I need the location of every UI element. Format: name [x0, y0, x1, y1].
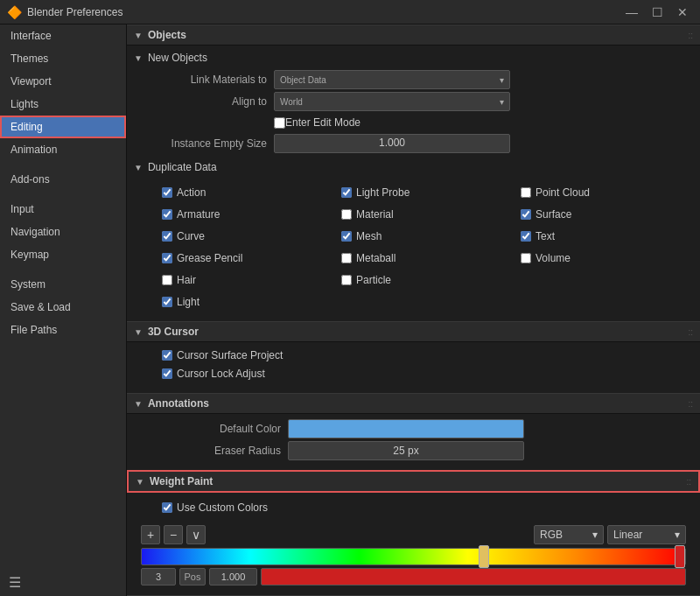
objects-drag-handle: :: [688, 31, 693, 40]
maximize-button[interactable]: ☐ [647, 4, 668, 21]
rgb-value: RGB [540, 529, 563, 541]
point-cloud-checkbox[interactable] [521, 187, 531, 198]
list-item: Action [162, 185, 327, 200]
gradient-handle-mid[interactable] [479, 545, 489, 568]
light-label: Light [177, 296, 200, 308]
sidebar-item-editing[interactable]: Editing [0, 116, 126, 138]
sidebar: Interface Themes Viewport Lights Editing… [0, 25, 127, 596]
weight-paint-section-header[interactable]: ▼ Weight Paint :: [127, 470, 700, 493]
mesh-checkbox[interactable] [341, 231, 352, 242]
duplicate-data-collapse-icon: ▼ [134, 163, 143, 172]
list-item: Point Cloud [521, 185, 686, 200]
align-to-control: World ▾ [274, 92, 510, 111]
list-item: Metaball [341, 250, 507, 266]
sidebar-item-animation[interactable]: Animation [0, 138, 126, 161]
gradient-handle-right[interactable] [675, 545, 685, 568]
close-button[interactable]: ✕ [672, 4, 693, 21]
enter-edit-mode-checkbox[interactable] [274, 117, 285, 129]
text-checkbox[interactable] [521, 231, 531, 242]
weight-paint-collapse-icon: ▼ [136, 477, 144, 487]
sidebar-item-lights[interactable]: Lights [0, 93, 126, 116]
eraser-radius-field[interactable]: 25 px [288, 441, 524, 460]
annotations-drag-handle: :: [688, 399, 693, 409]
mesh-label: Mesh [356, 230, 382, 242]
sidebar-item-addons[interactable]: Add-ons [0, 168, 126, 191]
metaball-checkbox[interactable] [341, 253, 352, 263]
cursor-section-content: Cursor Surface Project Cursor Lock Adjus… [127, 342, 700, 389]
remove-stop-button[interactable]: − [164, 525, 183, 544]
cursor-lock-adjust-checkbox[interactable] [162, 368, 172, 379]
new-objects-label: New Objects [148, 52, 207, 64]
default-color-swatch[interactable] [288, 419, 524, 438]
objects-section-header[interactable]: ▼ Objects :: [127, 25, 700, 46]
sidebar-item-navigation[interactable]: Navigation [0, 221, 126, 243]
gradient-index-field[interactable]: 3 [141, 568, 176, 585]
new-objects-header[interactable]: ▼ New Objects [127, 49, 700, 67]
minimize-button[interactable]: — [620, 4, 643, 21]
sidebar-item-interface[interactable]: Interface [0, 25, 126, 47]
list-item: Curve [162, 228, 327, 244]
window-controls: — ☐ ✕ [620, 4, 693, 21]
list-item: Light Probe [341, 185, 507, 200]
sidebar-item-save-load[interactable]: Save & Load [0, 296, 126, 319]
volume-label: Volume [536, 252, 570, 264]
sidebar-item-themes[interactable]: Themes [0, 47, 126, 70]
annotations-section-label: Annotations [148, 397, 209, 410]
main-content: ▼ Objects :: ▼ New Objects Link Material… [127, 25, 700, 596]
surface-checkbox[interactable] [521, 209, 531, 220]
align-to-dropdown[interactable]: World ▾ [274, 92, 510, 111]
material-label: Material [356, 208, 394, 221]
material-checkbox[interactable] [341, 209, 352, 220]
action-checkbox[interactable] [162, 187, 172, 198]
rgb-dropdown[interactable]: RGB ▾ [534, 525, 604, 544]
link-materials-dropdown[interactable]: Object Data ▾ [274, 70, 510, 89]
align-to-row: Align to World ▾ [127, 92, 700, 111]
use-custom-colors-checkbox[interactable] [162, 502, 172, 513]
instance-empty-field[interactable]: 1.000 [274, 134, 510, 153]
cursor-section-header[interactable]: ▼ 3D Cursor :: [127, 321, 700, 342]
cursor-section-label: 3D Cursor [148, 326, 199, 338]
sidebar-item-file-paths[interactable]: File Paths [0, 319, 126, 341]
sidebar-item-keymap[interactable]: Keymap [0, 243, 126, 266]
cursor-lock-adjust-label: Cursor Lock Adjust [177, 368, 265, 380]
align-to-chevron: ▾ [500, 97, 504, 107]
volume-checkbox[interactable] [521, 253, 531, 263]
link-materials-row: Link Materials to Object Data ▾ [127, 70, 700, 89]
grease-pencil-checkbox[interactable] [162, 253, 172, 263]
light-checkbox[interactable] [162, 297, 172, 307]
armature-checkbox[interactable] [162, 209, 172, 220]
light-probe-checkbox[interactable] [341, 187, 352, 198]
sidebar-item-system[interactable]: System [0, 273, 126, 296]
link-materials-control: Object Data ▾ [274, 70, 510, 89]
gradient-bar-container [127, 548, 700, 565]
particle-checkbox[interactable] [341, 275, 352, 285]
annotations-section-header[interactable]: ▼ Annotations :: [127, 393, 700, 414]
linear-dropdown[interactable]: Linear ▾ [607, 525, 686, 544]
default-color-label: Default Color [148, 423, 288, 435]
surface-label: Surface [536, 208, 571, 221]
down-button[interactable]: ∨ [186, 525, 206, 544]
objects-section-label: Objects [148, 29, 186, 41]
pos-value-field[interactable]: 1.000 [209, 568, 257, 585]
gradient-controls: + − ∨ RGB ▾ Linear ▾ [127, 522, 700, 548]
instance-empty-label: Instance Empty Size [134, 137, 274, 150]
menu-icon[interactable]: ☰ [9, 575, 21, 590]
hair-checkbox[interactable] [162, 275, 172, 285]
point-cloud-label: Point Cloud [536, 186, 590, 199]
action-label: Action [177, 186, 206, 199]
eraser-radius-label: Eraser Radius [148, 445, 288, 457]
cursor-surface-project-row: Cursor Surface Project [162, 347, 686, 363]
gradient-inputs: 3 Pos 1.000 [127, 565, 700, 588]
sidebar-item-input[interactable]: Input [0, 198, 126, 221]
armature-label: Armature [177, 208, 220, 221]
link-materials-chevron: ▾ [500, 75, 504, 85]
curve-checkbox[interactable] [162, 231, 172, 242]
objects-collapse-icon: ▼ [134, 31, 143, 40]
duplicate-data-header[interactable]: ▼ Duplicate Data [127, 158, 700, 176]
sidebar-item-viewport[interactable]: Viewport [0, 70, 126, 93]
gradient-bar[interactable] [141, 548, 686, 565]
add-stop-button[interactable]: + [141, 525, 160, 544]
enter-edit-mode-label: Enter Edit Mode [285, 116, 360, 129]
gradient-color-swatch[interactable] [261, 568, 686, 585]
cursor-surface-project-checkbox[interactable] [162, 350, 172, 361]
